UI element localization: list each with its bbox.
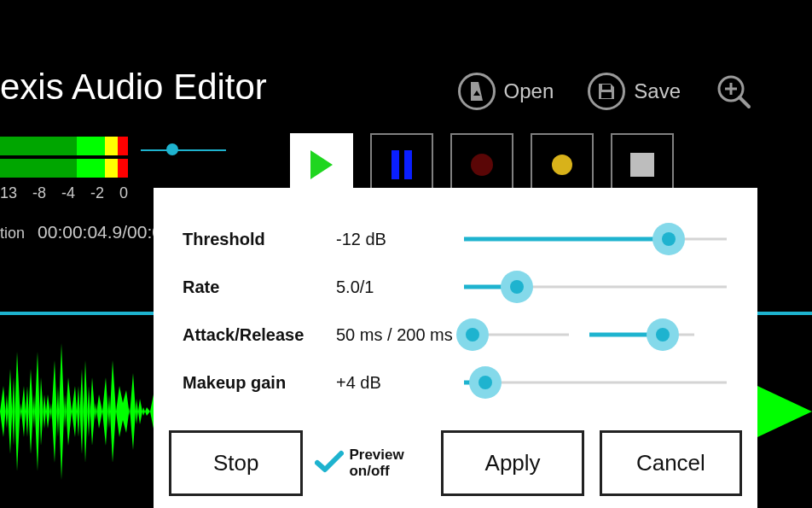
svg-rect-10	[404, 150, 412, 179]
stop-button[interactable]: Stop	[169, 430, 303, 496]
threshold-row: Threshold -12 dB	[183, 215, 727, 263]
svg-point-11	[471, 154, 493, 176]
pause-button[interactable]	[370, 133, 433, 196]
play-icon	[309, 150, 334, 179]
play-button[interactable]	[290, 133, 353, 196]
threshold-slider[interactable]	[464, 222, 727, 256]
save-icon	[588, 73, 625, 110]
level-meter: 13 -8 -4 -2 0	[0, 137, 128, 202]
meter-scale: 13 -8 -4 -2 0	[0, 184, 128, 202]
pause-icon	[390, 150, 414, 179]
save-button[interactable]: Save	[588, 73, 681, 110]
open-button[interactable]: Open	[458, 73, 554, 110]
attack-release-label: Attack/Release	[183, 325, 336, 345]
position-readout: tion 00:00:04.9/00:00:	[0, 222, 177, 242]
attack-slider[interactable]	[464, 318, 569, 352]
zoom-in-button[interactable]	[715, 73, 752, 110]
makeup-gain-row: Makeup gain +4 dB	[183, 359, 727, 406]
svg-line-4	[740, 97, 749, 107]
apply-button[interactable]: Apply	[441, 430, 583, 496]
record-icon	[468, 151, 496, 178]
svg-rect-13	[630, 153, 654, 177]
stop-transport-button[interactable]	[611, 133, 674, 196]
svg-rect-9	[392, 150, 399, 179]
meter-channel-right	[0, 159, 128, 178]
threshold-thumb[interactable]	[652, 223, 685, 255]
stop-icon	[630, 153, 654, 177]
attack-release-row: Attack/Release 50 ms / 200 ms	[183, 311, 727, 359]
rate-value: 5.0/1	[336, 277, 464, 297]
svg-rect-1	[602, 85, 611, 90]
rate-thumb[interactable]	[501, 271, 533, 303]
cancel-button[interactable]: Cancel	[600, 430, 742, 496]
compressor-dialog: Threshold -12 dB Rate 5.0/1 Attack/Relea…	[154, 188, 757, 508]
svg-point-12	[552, 155, 572, 175]
threshold-value: -12 dB	[336, 230, 464, 249]
scrubber-knob[interactable]	[166, 143, 178, 155]
rate-row: Rate 5.0/1	[183, 263, 727, 311]
makeup-gain-slider[interactable]	[464, 365, 727, 400]
checkmark-icon	[318, 455, 342, 472]
zoom-scrubber[interactable]	[141, 149, 226, 175]
mark-button[interactable]	[531, 133, 594, 196]
svg-rect-2	[601, 92, 612, 98]
transport-bar	[290, 133, 674, 196]
meter-channel-left	[0, 137, 128, 155]
preview-label: Preview on/off	[349, 447, 426, 479]
open-label: Open	[504, 79, 554, 103]
marker-icon	[549, 152, 575, 178]
attack-thumb[interactable]	[456, 318, 489, 351]
makeup-gain-label: Makeup gain	[183, 373, 336, 393]
makeup-gain-thumb[interactable]	[469, 366, 502, 399]
preview-toggle[interactable]: Preview on/off	[318, 447, 426, 479]
makeup-gain-value: +4 dB	[336, 373, 464, 393]
dialog-button-row: Stop Preview on/off Apply Cancel	[154, 430, 757, 496]
release-slider[interactable]	[589, 318, 694, 352]
app-title: exis Audio Editor	[0, 67, 267, 108]
file-open-icon	[458, 73, 496, 110]
svg-marker-8	[310, 150, 333, 179]
position-label: tion	[0, 225, 25, 242]
top-toolbar: Open Save	[458, 73, 752, 110]
threshold-label: Threshold	[183, 230, 336, 249]
attack-release-value: 50 ms / 200 ms	[336, 325, 464, 345]
save-label: Save	[634, 79, 681, 103]
release-thumb[interactable]	[647, 318, 679, 351]
rate-label: Rate	[183, 277, 336, 297]
record-button[interactable]	[450, 133, 513, 196]
rate-slider[interactable]	[464, 270, 727, 304]
